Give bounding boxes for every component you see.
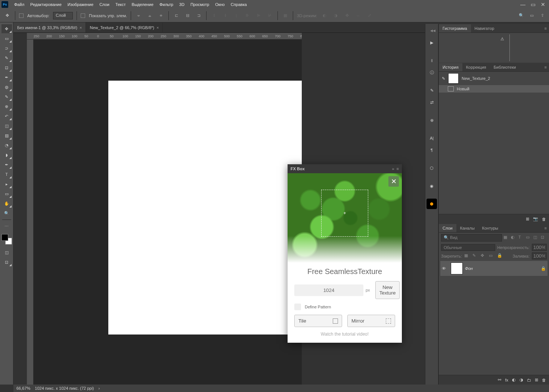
screenmode-tool[interactable]: ⊡ (1, 258, 12, 267)
delete-layer-icon[interactable]: 🗑 (542, 378, 546, 382)
distribute-3-icon[interactable]: ⫶ (233, 12, 240, 19)
history-menu-icon[interactable]: ≡ (542, 65, 549, 69)
quickmask-tool[interactable]: ◫ (1, 248, 12, 257)
zoom-level[interactable]: 66,67% (16, 386, 30, 391)
fxbox-define-pattern-checkbox[interactable] (294, 304, 301, 310)
align-left-icon[interactable]: ⊏ (173, 12, 180, 19)
window-minimize[interactable]: — (520, 1, 525, 7)
fxbox-header[interactable]: FX Box » ≡ (288, 164, 402, 173)
gradient-tool[interactable]: ▨ (1, 131, 12, 140)
lock-transparent-icon[interactable]: ▦ (464, 253, 470, 259)
filter-toggle-icon[interactable]: ⊡ (541, 235, 547, 241)
text-tool[interactable]: T (1, 170, 12, 179)
3d-roll-icon[interactable]: ◑ (332, 12, 339, 19)
paragraph-panel-icon[interactable]: ¶ (427, 145, 437, 155)
3d-slide-icon[interactable]: ↔ (354, 12, 362, 19)
marquee-tool[interactable]: ▭ (1, 34, 12, 43)
histogram-tab[interactable]: Гистограмма (439, 24, 471, 32)
menu-image[interactable]: Изображение (65, 1, 96, 8)
history-trash-icon[interactable]: 🗑 (542, 217, 546, 221)
layer-visibility-icon[interactable]: 👁 (442, 266, 449, 271)
filter-smart-icon[interactable]: ◫ (533, 235, 539, 241)
fxbox-close-button[interactable]: ✕ (388, 176, 399, 187)
hand-tool[interactable]: ✋ (1, 199, 12, 208)
brush-presets-icon[interactable]: ⇄ (427, 97, 437, 108)
canvas[interactable] (34, 40, 302, 385)
autoselect-dropdown[interactable]: Слой (53, 12, 73, 19)
move-tool[interactable]: ✥ (1, 24, 12, 33)
info-panel-icon[interactable]: ⓘ (427, 67, 437, 78)
clone-panel-icon[interactable]: ⊕ (427, 115, 437, 125)
quick-select-tool[interactable]: ✎ (1, 53, 12, 62)
fxbox-size-input[interactable] (294, 284, 363, 296)
align-bottom-icon[interactable]: ⫩ (157, 12, 165, 19)
align-right-icon[interactable]: ⊐ (195, 12, 202, 19)
blur-tool[interactable]: ◔ (1, 141, 12, 150)
fxbox-new-texture-button[interactable]: New Texture (375, 281, 400, 299)
menu-select[interactable]: Выделение (129, 1, 156, 8)
align-vcenter-icon[interactable]: ⫨ (146, 12, 153, 19)
status-chevron-icon[interactable]: › (99, 386, 100, 391)
tab-1-close[interactable]: × (80, 25, 82, 30)
align-hcenter-icon[interactable]: ⊟ (184, 12, 191, 19)
eraser-tool[interactable]: ◫ (1, 121, 12, 130)
menu-text[interactable]: Текст (112, 1, 129, 8)
stamp-tool[interactable]: ⊕ (1, 102, 12, 111)
document-dimensions[interactable]: 1024 пикс. x 1024 пикс. (72 ppi) (35, 386, 94, 391)
layer-group-icon[interactable]: 🗀 (527, 378, 531, 382)
measure-panel-icon[interactable]: ◉ (427, 181, 437, 191)
libraries-tab[interactable]: Библиотеки (490, 63, 520, 71)
menu-filter[interactable]: Фильтр (156, 1, 176, 8)
align-top-icon[interactable]: ⫧ (135, 12, 142, 19)
color-swatches[interactable] (1, 234, 12, 245)
layer-mask-icon[interactable]: ◐ (512, 377, 516, 382)
document-tab-2[interactable]: New_Texture_2 @ 66,7% (RGB/8*) × (86, 22, 163, 32)
channels-tab[interactable]: Каналы (456, 224, 478, 232)
ruler-vertical[interactable] (27, 40, 34, 385)
lock-artboard-icon[interactable]: ▭ (489, 253, 495, 259)
link-layers-icon[interactable]: ⚯ (498, 377, 501, 382)
history-tab[interactable]: История (439, 63, 462, 71)
zoom-tool[interactable]: 🔍 (1, 209, 12, 218)
document-tab-1[interactable]: Без имени-1 @ 33,3% (RGB/8#) × (13, 22, 86, 32)
healing-tool[interactable]: ◍ (1, 83, 12, 91)
paths-tab[interactable]: Контуры (478, 224, 502, 232)
adjustment-layer-icon[interactable]: ◑ (519, 377, 523, 382)
show-controls-checkbox[interactable] (81, 13, 85, 18)
fxbox-tile-button[interactable]: Tile (294, 315, 342, 327)
menu-window[interactable]: Окно (212, 1, 228, 8)
window-maximize[interactable]: ▭ (531, 1, 536, 7)
path-select-tool[interactable]: ▸ (1, 180, 12, 189)
histogram-warning-icon[interactable]: ⚠ (500, 37, 504, 41)
expand-strip-icon[interactable]: ◀◀ (428, 25, 438, 36)
fxbox-mirror-button[interactable]: Mirror (347, 315, 395, 327)
edit-toolbar[interactable]: ⋯ (1, 222, 12, 231)
distribute-4-icon[interactable]: ⊪ (244, 12, 251, 19)
share-icon[interactable]: ⇪ (539, 12, 546, 19)
3d-pan-icon[interactable]: ✥ (343, 12, 351, 19)
fxbox-launcher-icon[interactable]: ⬢ (427, 199, 437, 209)
shape-tool[interactable]: ▭ (1, 189, 12, 198)
ruler-horizontal[interactable]: 2502001501005005010015020025030035040045… (27, 33, 302, 40)
lock-position-icon[interactable]: ✥ (481, 253, 487, 259)
history-camera-icon[interactable]: 📷 (533, 217, 538, 221)
autoalign-icon[interactable]: ▦ (282, 12, 289, 19)
history-new-snapshot-icon[interactable]: ⊞ (526, 217, 529, 221)
layers-menu-icon[interactable]: ≡ (542, 226, 549, 230)
filter-pixel-icon[interactable]: ▦ (503, 235, 509, 241)
menu-file[interactable]: Файл (11, 1, 27, 8)
eyedropper-tool[interactable]: ✒ (1, 73, 12, 82)
blend-mode-dropdown[interactable]: Обычные (441, 244, 495, 251)
distribute-6-icon[interactable]: ⊬ (266, 12, 274, 19)
3d-orbit-icon[interactable]: ◐ (321, 12, 328, 19)
filter-adjust-icon[interactable]: ◐ (511, 235, 517, 241)
fxbox-tutorial-link[interactable]: Watch the tutorial video! (294, 332, 395, 337)
layer-background[interactable]: 👁 Фон 🔒 (440, 261, 548, 276)
distribute-2-icon[interactable]: ⫵ (221, 12, 229, 19)
fxbox-collapse-icon[interactable]: » (392, 167, 394, 171)
properties-panel-icon[interactable]: ⫴ (427, 55, 437, 66)
3d-scale-icon[interactable]: ⤢ (366, 12, 373, 19)
autoselect-checkbox[interactable] (19, 13, 24, 18)
adjustments-tab[interactable]: Коррекция (462, 63, 490, 71)
lasso-tool[interactable]: ⊃ (1, 44, 12, 53)
